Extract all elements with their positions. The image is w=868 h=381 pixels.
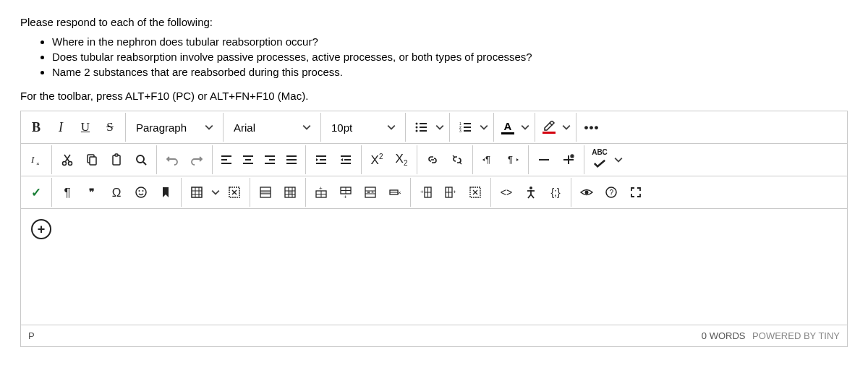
- toolbar-row-1: B I U S Paragraph Arial 10pt: [21, 111, 847, 144]
- ltr-button[interactable]: ¶: [476, 147, 501, 172]
- anchor-button[interactable]: [153, 180, 178, 205]
- svg-rect-31: [269, 159, 275, 160]
- editor-content-area[interactable]: +: [21, 209, 847, 325]
- toolbar-hint: For the toolbar, press ALT+F10 (PC) or A…: [20, 90, 848, 102]
- delete-table-button[interactable]: [222, 180, 247, 205]
- paste-button[interactable]: [104, 147, 129, 172]
- chevron-down-icon[interactable]: [433, 123, 446, 132]
- italic-button[interactable]: I: [48, 115, 73, 140]
- add-content-button[interactable]: +: [31, 219, 51, 239]
- element-path[interactable]: P: [28, 330, 35, 341]
- numbered-list-button[interactable]: 123: [453, 115, 477, 140]
- word-count[interactable]: 0 WORDS: [702, 330, 746, 341]
- font-size-select[interactable]: 10pt: [324, 115, 402, 140]
- underline-button[interactable]: U: [73, 115, 98, 140]
- insert-nbsp-button[interactable]: [556, 147, 581, 172]
- svg-rect-29: [243, 163, 253, 164]
- table-cell-props-button[interactable]: [278, 180, 302, 205]
- outdent-button[interactable]: [333, 147, 358, 172]
- svg-point-4: [416, 130, 418, 132]
- font-family-select[interactable]: Arial: [226, 115, 318, 140]
- question-list: Where in the nephron does tubular reabso…: [20, 34, 848, 80]
- svg-rect-64: [260, 191, 271, 194]
- superscript-button[interactable]: X2: [365, 147, 389, 172]
- delete-row-button[interactable]: ×: [358, 180, 383, 205]
- svg-text:+: +: [344, 194, 347, 200]
- bold-button[interactable]: B: [24, 115, 48, 140]
- insert-row-above-button[interactable]: +: [309, 180, 333, 205]
- svg-rect-68: [289, 191, 292, 194]
- html-source-button[interactable]: <>: [494, 180, 519, 205]
- horizontal-rule-button[interactable]: [532, 147, 556, 172]
- highlight-color-button[interactable]: [538, 115, 560, 140]
- insert-link-button[interactable]: [420, 147, 445, 172]
- svg-point-15: [69, 162, 72, 166]
- text-color-button[interactable]: A: [497, 115, 519, 140]
- svg-rect-21: [115, 154, 118, 156]
- special-char-button[interactable]: Ω: [104, 180, 129, 205]
- blockquote-button[interactable]: ❞: [80, 180, 104, 205]
- question-intro: Please respond to each of the following:: [20, 16, 848, 28]
- rtl-button[interactable]: ¶: [501, 147, 525, 172]
- cut-button[interactable]: [55, 147, 80, 172]
- mathml-button[interactable]: ✓: [24, 180, 48, 205]
- chevron-down-icon: [385, 123, 398, 132]
- insert-col-left-button[interactable]: +: [414, 180, 438, 205]
- accessibility-button[interactable]: [519, 180, 543, 205]
- preview-button[interactable]: [574, 180, 599, 205]
- delete-col-button[interactable]: [463, 180, 488, 205]
- svg-rect-55: [192, 187, 202, 197]
- svg-rect-9: [464, 127, 471, 128]
- bullet-list-button[interactable]: [409, 115, 433, 140]
- svg-text:¶: ¶: [485, 154, 490, 165]
- svg-text:×: ×: [36, 160, 40, 167]
- strikethrough-button[interactable]: S: [98, 115, 122, 140]
- rich-text-editor: B I U S Paragraph Arial 10pt: [20, 111, 848, 347]
- undo-button[interactable]: [160, 147, 184, 172]
- chevron-down-icon[interactable]: [209, 188, 222, 197]
- insert-row-below-button[interactable]: +: [333, 180, 358, 205]
- align-right-button[interactable]: [259, 147, 281, 172]
- insert-col-right-button[interactable]: +: [438, 180, 463, 205]
- indent-button[interactable]: [309, 147, 333, 172]
- emoji-button[interactable]: [129, 180, 153, 205]
- table-row-props-button[interactable]: [253, 180, 278, 205]
- svg-text:I: I: [30, 154, 35, 165]
- insert-table-button[interactable]: [184, 180, 209, 205]
- svg-text:×: ×: [398, 189, 401, 196]
- subscript-button[interactable]: X2: [389, 147, 414, 172]
- spellcheck-button[interactable]: ABC: [587, 147, 612, 172]
- chevron-down-icon[interactable]: [519, 123, 532, 132]
- chevron-down-icon[interactable]: [560, 123, 573, 132]
- clear-formatting-button[interactable]: I×: [24, 147, 48, 172]
- svg-rect-19: [90, 157, 96, 165]
- question-item: Does tubular reabsorption involve passiv…: [52, 49, 848, 64]
- svg-rect-46: [539, 159, 549, 160]
- chevron-down-icon[interactable]: [477, 123, 490, 132]
- chevron-down-icon[interactable]: [612, 155, 625, 164]
- fullscreen-button[interactable]: [624, 180, 648, 205]
- svg-line-16: [65, 155, 70, 162]
- copy-button[interactable]: [80, 147, 104, 172]
- code-sample-button[interactable]: {;}: [543, 180, 568, 205]
- svg-line-105: [531, 194, 534, 198]
- svg-rect-30: [265, 155, 275, 157]
- redo-button[interactable]: [184, 147, 209, 172]
- powered-by: POWERED BY TINY: [752, 330, 840, 341]
- svg-point-106: [585, 191, 589, 194]
- svg-rect-27: [243, 155, 253, 157]
- svg-rect-3: [420, 127, 427, 128]
- show-blocks-button[interactable]: ¶: [55, 180, 80, 205]
- svg-rect-28: [245, 159, 251, 160]
- find-replace-button[interactable]: [129, 147, 153, 172]
- align-justify-button[interactable]: [281, 147, 302, 172]
- remove-link-button[interactable]: [445, 147, 469, 172]
- delete-row-x-button[interactable]: ×: [383, 180, 407, 205]
- svg-rect-38: [316, 163, 326, 164]
- align-left-button[interactable]: [216, 147, 237, 172]
- help-button[interactable]: ?: [599, 180, 624, 205]
- svg-rect-20: [113, 155, 120, 165]
- paragraph-style-select[interactable]: Paragraph: [129, 115, 220, 140]
- more-button[interactable]: •••: [579, 115, 604, 140]
- align-center-button[interactable]: [237, 147, 259, 172]
